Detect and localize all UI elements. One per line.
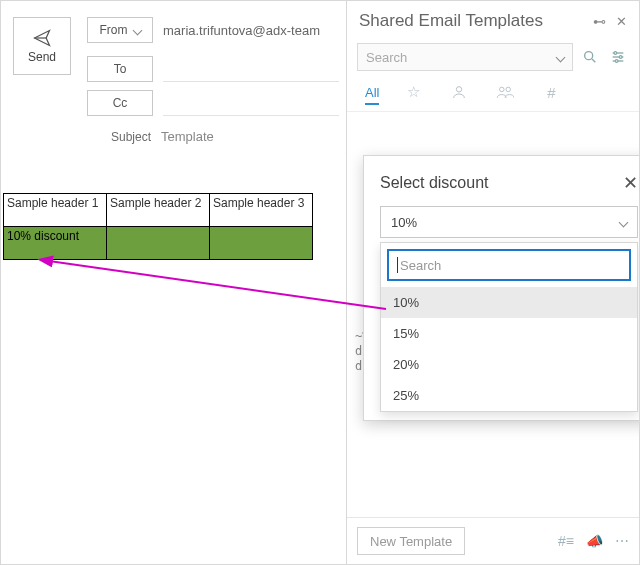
svg-point-7 <box>615 60 618 63</box>
panel-header: Shared Email Templates ⊷ ✕ <box>347 1 639 39</box>
subject-label: Subject <box>87 130 151 144</box>
to-input[interactable] <box>163 55 339 82</box>
from-button[interactable]: From <box>87 17 153 43</box>
svg-point-6 <box>619 56 622 59</box>
to-label: To <box>114 62 127 76</box>
cc-input[interactable] <box>163 89 339 116</box>
svg-point-10 <box>506 87 511 92</box>
send-label: Send <box>28 50 56 64</box>
subject-row: Subject Template <box>87 125 339 148</box>
tab-all[interactable]: All <box>365 81 379 105</box>
from-row: From maria.trifuntova@adx-team <box>87 17 339 43</box>
search-placeholder: Search <box>366 50 407 65</box>
sample-table: Sample header 1 Sample header 2 Sample h… <box>3 193 313 260</box>
close-icon[interactable]: ✕ <box>616 14 627 29</box>
popup-header: Select discount ✕ <box>380 174 638 192</box>
dropdown-search-placeholder: Search <box>400 258 441 273</box>
hash-filter-icon[interactable]: #≡ <box>558 533 574 549</box>
close-icon[interactable]: ✕ <box>623 174 638 192</box>
svg-point-0 <box>585 52 593 60</box>
tab-person[interactable] <box>447 81 471 103</box>
dropdown-option[interactable]: 15% <box>381 318 637 349</box>
to-row: To <box>87 55 339 82</box>
message-body[interactable]: Sample header 1 Sample header 2 Sample h… <box>3 193 347 260</box>
chevron-down-icon <box>556 52 566 62</box>
more-icon[interactable]: ⋯ <box>615 533 629 549</box>
dropdown-option[interactable]: 20% <box>381 349 637 380</box>
app-window: Send From maria.trifuntova@adx-team To C… <box>0 0 640 565</box>
cc-label: Cc <box>113 96 128 110</box>
settings-icon[interactable] <box>607 46 629 68</box>
cc-row: Cc <box>87 89 339 116</box>
dropdown-option[interactable]: 10% <box>381 287 637 318</box>
cc-button[interactable]: Cc <box>87 90 153 116</box>
svg-point-5 <box>614 52 617 55</box>
new-template-button[interactable]: New Template <box>357 527 465 555</box>
panel-title: Shared Email Templates <box>359 11 543 31</box>
pin-icon[interactable]: ⊷ <box>593 14 606 29</box>
text-caret <box>397 257 398 273</box>
tab-team[interactable] <box>493 81 517 103</box>
footer-icons: #≡ 📣 ⋯ <box>558 533 629 549</box>
tab-hash[interactable]: # <box>539 81 563 103</box>
send-button[interactable]: Send <box>13 17 71 75</box>
search-icon[interactable] <box>579 46 601 68</box>
table-header-cell: Sample header 3 <box>210 194 313 227</box>
to-button[interactable]: To <box>87 56 153 82</box>
panel-search-row: Search <box>357 43 629 71</box>
discount-cell: 10% discount <box>4 227 107 260</box>
from-label: From <box>100 23 128 37</box>
chevron-down-icon <box>132 25 142 35</box>
panel-search-input[interactable]: Search <box>357 43 573 71</box>
panel-tabs: All ☆ # <box>347 79 639 112</box>
select-discount-popup: Select discount ✕ 10% Search 10% 15% 20%… <box>363 155 640 421</box>
table-cell <box>210 227 313 260</box>
svg-point-9 <box>500 87 505 92</box>
table-data-row: 10% discount <box>4 227 313 260</box>
megaphone-icon[interactable]: 📣 <box>586 533 603 549</box>
table-header-row: Sample header 1 Sample header 2 Sample h… <box>4 194 313 227</box>
chevron-down-icon <box>619 217 629 227</box>
compose-pane: Send From maria.trifuntova@adx-team To C… <box>1 1 347 564</box>
svg-line-1 <box>592 59 595 62</box>
dropdown-search-input[interactable]: Search <box>387 249 631 281</box>
dropdown-list: Search 10% 15% 20% 25% <box>380 242 638 412</box>
table-cell <box>107 227 210 260</box>
tab-favorites[interactable]: ☆ <box>401 81 425 103</box>
dropdown-option[interactable]: 25% <box>381 380 637 411</box>
dropdown-selected: 10% <box>391 215 417 230</box>
table-header-cell: Sample header 2 <box>107 194 210 227</box>
panel-header-icons: ⊷ ✕ <box>593 14 627 29</box>
send-icon <box>32 28 52 48</box>
subject-input[interactable]: Template <box>161 125 339 148</box>
from-value[interactable]: maria.trifuntova@adx-team <box>163 19 339 42</box>
svg-point-8 <box>457 87 462 92</box>
popup-title: Select discount <box>380 174 489 192</box>
discount-dropdown[interactable]: 10% <box>380 206 638 238</box>
panel-footer: New Template #≡ 📣 ⋯ <box>347 517 639 564</box>
table-header-cell: Sample header 1 <box>4 194 107 227</box>
